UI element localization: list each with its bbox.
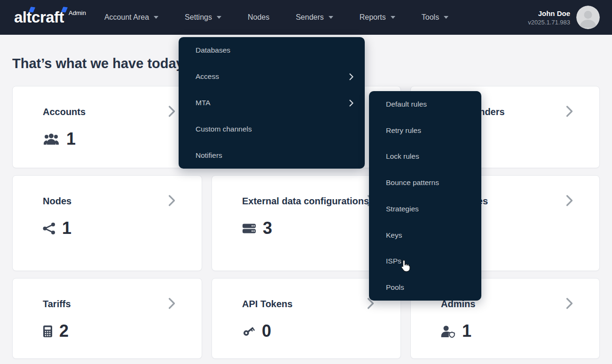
card-count: 0 bbox=[262, 323, 271, 340]
calculator-icon bbox=[43, 325, 53, 338]
main-nav: Account Area Settings Nodes Senders Repo… bbox=[104, 13, 448, 22]
card-count: 1 bbox=[66, 131, 76, 147]
menu-item-label: Notifiers bbox=[196, 151, 353, 160]
nav-item-label: Reports bbox=[360, 13, 386, 22]
caret-down-icon bbox=[444, 16, 448, 19]
menu-item-custom-channels[interactable]: Custom channels bbox=[179, 116, 365, 142]
menu-item-databases[interactable]: Databases bbox=[179, 37, 365, 63]
nav-item-senders[interactable]: Senders bbox=[296, 13, 333, 22]
menu-item-mta[interactable]: MTA bbox=[179, 90, 365, 116]
card-title: API Tokens bbox=[242, 297, 374, 310]
brand-logo[interactable]: altcraft Admin bbox=[14, 8, 86, 27]
menu-item-isps[interactable]: ISPs bbox=[369, 248, 481, 275]
chevron-right-icon bbox=[349, 100, 353, 107]
top-navigation-bar: altcraft Admin Account Area Settings Nod… bbox=[0, 0, 612, 35]
nav-item-label: Nodes bbox=[248, 13, 269, 22]
menu-item-strategies[interactable]: Strategies bbox=[369, 196, 481, 222]
menu-item-bounce-patterns[interactable]: Bounce patterns bbox=[369, 170, 481, 196]
user-shield-icon bbox=[441, 325, 455, 338]
chevron-right-icon bbox=[566, 297, 573, 310]
user-name[interactable]: John Doe bbox=[528, 9, 570, 17]
card-tariffs[interactable]: Tariffs 2 bbox=[12, 278, 202, 359]
chevron-right-icon bbox=[168, 105, 175, 117]
menu-item-label: ISPs bbox=[386, 257, 470, 265]
menu-item-label: Default rules bbox=[386, 100, 470, 108]
caret-down-icon bbox=[329, 16, 333, 19]
card-count: 2 bbox=[59, 323, 69, 340]
server-icon bbox=[242, 223, 256, 234]
nav-item-nodes[interactable]: Nodes bbox=[248, 13, 269, 22]
menu-item-label: Pools bbox=[386, 283, 470, 292]
menu-item-label: Retry rules bbox=[386, 126, 470, 135]
menu-item-retry-rules[interactable]: Retry rules bbox=[369, 117, 481, 144]
menu-item-notifiers[interactable]: Notifiers bbox=[179, 142, 365, 169]
menu-item-access[interactable]: Access bbox=[179, 63, 365, 90]
card-count: 1 bbox=[462, 323, 471, 340]
chevron-right-icon bbox=[566, 105, 573, 117]
card-count: 1 bbox=[62, 220, 71, 237]
menu-item-label: Access bbox=[196, 72, 349, 81]
avatar-placeholder-icon bbox=[576, 6, 600, 29]
menu-item-label: Databases bbox=[196, 46, 353, 54]
nav-item-tools[interactable]: Tools bbox=[422, 13, 448, 22]
caret-down-icon bbox=[391, 16, 395, 19]
menu-item-label: Custom channels bbox=[196, 125, 353, 133]
card-title: External data configurations bbox=[242, 194, 374, 208]
card-title: Accounts bbox=[43, 105, 174, 118]
settings-dropdown-menu: Databases Access MTA Custom channels Not… bbox=[179, 37, 365, 169]
brand-logo-text: altcraft bbox=[14, 8, 64, 27]
nav-item-label: Senders bbox=[296, 13, 324, 22]
admin-badge: Admin bbox=[69, 9, 86, 16]
avatar[interactable] bbox=[576, 6, 600, 29]
nav-item-account-area[interactable]: Account Area bbox=[104, 13, 158, 22]
menu-item-pools[interactable]: Pools bbox=[369, 274, 481, 301]
nav-item-label: Tools bbox=[422, 13, 439, 22]
card-accounts[interactable]: Accounts 1 bbox=[12, 86, 202, 168]
nav-item-reports[interactable]: Reports bbox=[360, 13, 395, 22]
user-block: John Doe v2025.1.71.983 bbox=[528, 6, 600, 29]
menu-item-label: Bounce patterns bbox=[386, 178, 470, 187]
card-count: 3 bbox=[263, 220, 272, 237]
nav-item-label: Settings bbox=[185, 13, 212, 22]
mta-submenu: Default rules Retry rules Lock rules Bou… bbox=[369, 91, 481, 301]
menu-item-lock-rules[interactable]: Lock rules bbox=[369, 144, 481, 170]
menu-item-default-rules[interactable]: Default rules bbox=[369, 91, 481, 117]
menu-item-label: Lock rules bbox=[386, 152, 470, 161]
card-title: Tariffs bbox=[43, 297, 174, 310]
share-nodes-icon bbox=[43, 222, 55, 235]
nav-item-label: Account Area bbox=[104, 13, 149, 22]
menu-item-label: MTA bbox=[196, 99, 349, 107]
chevron-right-icon bbox=[566, 194, 573, 207]
card-nodes[interactable]: Nodes 1 bbox=[12, 175, 202, 271]
version-label: v2025.1.71.983 bbox=[528, 19, 570, 26]
menu-item-keys[interactable]: Keys bbox=[369, 222, 481, 248]
key-icon bbox=[242, 325, 255, 338]
caret-down-icon bbox=[217, 16, 221, 19]
menu-item-label: Keys bbox=[386, 231, 470, 240]
chevron-right-icon bbox=[349, 73, 353, 80]
caret-down-icon bbox=[154, 16, 158, 19]
users-icon bbox=[43, 133, 60, 146]
nav-item-settings[interactable]: Settings bbox=[185, 13, 221, 22]
card-title: Nodes bbox=[43, 194, 174, 208]
chevron-right-icon bbox=[168, 297, 175, 310]
chevron-right-icon bbox=[168, 194, 175, 207]
menu-item-label: Strategies bbox=[386, 205, 470, 213]
